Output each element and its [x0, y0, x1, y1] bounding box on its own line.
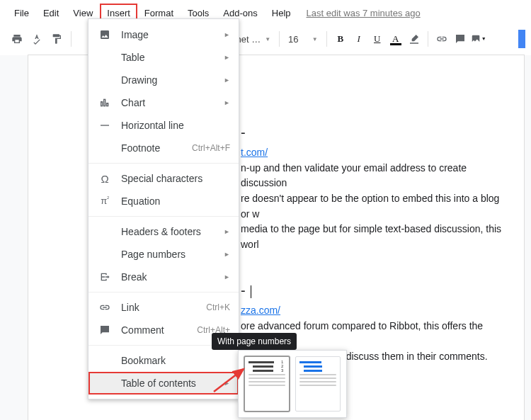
text-color-button[interactable]: A	[388, 31, 404, 47]
chart-icon	[98, 96, 111, 109]
omega-icon: Ω	[98, 172, 111, 185]
toolbar: chet …▼ 16 ▼ B I U A ▼	[0, 24, 531, 56]
font-size-select[interactable]: 16 ▼	[285, 33, 321, 46]
spacer-icon	[98, 225, 111, 238]
spacer-icon	[98, 248, 111, 261]
menu-item-label: Table	[121, 52, 214, 63]
submenu-arrow-icon: ►	[224, 76, 230, 84]
insert-menu-headers-footers[interactable]: Headers & footers►	[88, 220, 239, 243]
svg-rect-1	[104, 99, 105, 106]
menu-item-label: Table of contents	[121, 378, 214, 389]
doc-link-1[interactable]: t.com/	[241, 147, 268, 158]
menu-help[interactable]: Help	[265, 4, 298, 23]
insert-menu-horizontal-line[interactable]: Horizontal line	[88, 114, 239, 137]
last-edit-link[interactable]: Last edit was 7 minutes ago	[307, 8, 421, 18]
heading: -	[241, 280, 510, 302]
svg-rect-3	[101, 125, 109, 125]
toolbar-more-button[interactable]	[518, 30, 525, 48]
insert-menu-image[interactable]: Image►	[88, 23, 239, 46]
toolbar-separator	[279, 31, 280, 47]
menu-item-label: Special characters	[121, 173, 230, 184]
menu-item-label: Comment	[121, 324, 187, 336]
insert-menu-special-characters[interactable]: ΩSpecial characters	[88, 167, 239, 190]
link-icon	[98, 301, 111, 314]
chevron-down-icon: ▼	[481, 36, 486, 42]
doc-text: media to the page but for simple text-ba…	[241, 223, 501, 250]
submenu-arrow-icon: ►	[224, 251, 230, 258]
insert-link-button[interactable]	[434, 31, 450, 47]
menubar: File Edit View Insert Format Tools Add-o…	[0, 0, 531, 24]
doc-text: n-up and then validate your email addres…	[241, 162, 467, 189]
print-icon[interactable]	[8, 30, 25, 47]
svg-line-4	[214, 369, 244, 392]
chevron-down-icon: ▼	[312, 36, 318, 42]
menu-shortcut: Ctrl+Alt+F	[192, 143, 230, 153]
menu-file[interactable]: File	[7, 4, 36, 23]
insert-menu-link[interactable]: LinkCtrl+K	[88, 296, 239, 319]
menu-item-label: Footnote	[121, 142, 182, 154]
insert-menu-page-numbers[interactable]: Page numbers►	[88, 243, 239, 266]
submenu-arrow-icon: ►	[224, 54, 230, 61]
menu-item-label: Page numbers	[121, 249, 214, 260]
comment-icon	[98, 324, 111, 336]
paint-format-icon[interactable]	[48, 30, 65, 47]
menu-item-label: Bookmark	[121, 355, 230, 366]
menu-item-label: Drawing	[121, 74, 214, 86]
insert-menu-equation[interactable]: π²Equation	[88, 190, 239, 212]
text-caret	[251, 285, 251, 298]
menu-edit[interactable]: Edit	[36, 4, 66, 23]
toc-with-page-numbers[interactable]: 1 2 3	[244, 356, 290, 412]
break-icon	[98, 271, 111, 283]
svg-rect-2	[107, 103, 108, 106]
submenu-arrow-icon: ►	[224, 99, 230, 106]
table-of-contents-submenu: 1 2 3	[238, 350, 347, 418]
highlight-color-button[interactable]	[406, 31, 422, 47]
drawing-icon	[98, 74, 111, 86]
insert-menu-drawing[interactable]: Drawing►	[88, 69, 239, 91]
image-icon	[98, 28, 111, 41]
submenu-arrow-icon: ►	[224, 31, 230, 38]
italic-button[interactable]: I	[351, 31, 367, 47]
menu-shortcut: Ctrl+K	[206, 302, 230, 312]
doc-link-2[interactable]: zza.com/	[241, 305, 280, 316]
menu-item-label: Horizontal line	[121, 120, 230, 131]
insert-menu-break[interactable]: Break►	[88, 266, 239, 288]
spacer-icon	[98, 377, 111, 390]
svg-rect-0	[101, 102, 103, 106]
doc-text: re doesn't appear to be the option to em…	[241, 193, 499, 220]
spacer-icon	[98, 354, 111, 367]
font-size-label: 16	[288, 34, 298, 45]
tooltip: With page numbers	[212, 333, 297, 350]
toolbar-separator	[326, 31, 327, 47]
menu-item-label: Break	[121, 271, 214, 283]
toc-with-blue-links[interactable]	[295, 356, 341, 412]
menu-item-label: Chart	[121, 97, 214, 108]
submenu-arrow-icon: ►	[224, 228, 230, 235]
insert-menu-footnote[interactable]: FootnoteCtrl+Alt+F	[88, 137, 239, 159]
menu-item-label: Link	[121, 302, 196, 313]
submenu-arrow-icon: ►	[224, 273, 230, 280]
insert-comment-button[interactable]	[452, 31, 468, 47]
heading: -	[241, 122, 510, 144]
menu-item-label: Image	[121, 29, 214, 40]
insert-menu-table[interactable]: Table►	[88, 46, 239, 69]
spellcheck-icon[interactable]	[28, 30, 45, 47]
chevron-down-icon: ▼	[265, 36, 270, 42]
pi-icon: π²	[98, 195, 111, 208]
underline-button[interactable]: U	[370, 31, 385, 47]
toolbar-separator	[71, 31, 72, 47]
annotation-arrow	[212, 366, 248, 395]
table-icon	[98, 51, 111, 64]
menu-item-label: Headers & footers	[121, 226, 214, 237]
toolbar-separator	[428, 31, 428, 47]
insert-image-button[interactable]: ▼	[471, 31, 486, 47]
hr-icon	[98, 119, 111, 132]
menu-item-label: Equation	[121, 195, 230, 207]
spacer-icon	[98, 142, 111, 154]
insert-menu-chart[interactable]: Chart►	[88, 91, 239, 114]
bold-button[interactable]: B	[333, 31, 348, 47]
